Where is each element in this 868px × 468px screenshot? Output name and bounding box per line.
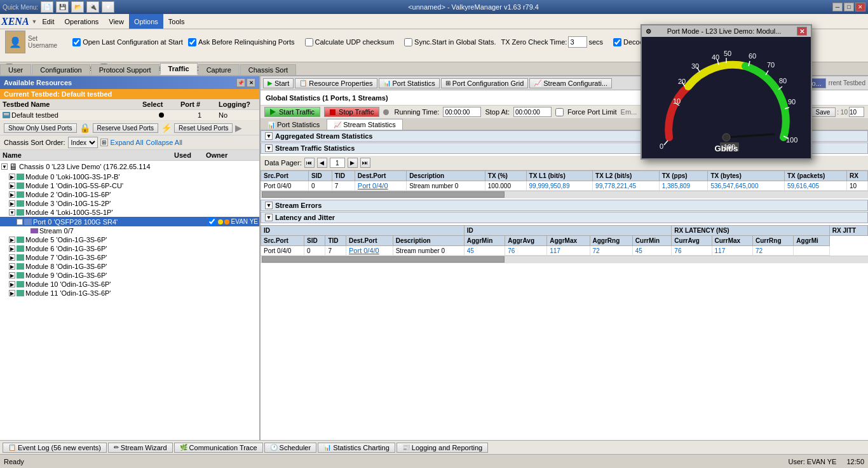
menu-edit[interactable]: Edit [37, 14, 60, 29]
tab-protocol-support[interactable]: Protocol Support [91, 64, 159, 75]
collapse-all-label[interactable]: Collapse All [146, 139, 182, 146]
page-size-input[interactable] [849, 107, 864, 117]
pager-next-btn[interactable]: ▶ [348, 158, 358, 168]
lat-dest-port-link[interactable]: Port 0/4/0 [349, 247, 379, 254]
pager-first-btn[interactable]: ⏮ [304, 158, 315, 168]
tree-item-module-10[interactable]: ▶ Module 10 'Odin-1G-3S-6P' [0, 280, 259, 289]
stream-config-btn[interactable]: 📈 Stream Configurati... [529, 78, 612, 88]
tree-item-module-0[interactable]: ▶ Module 0 'Loki-100G-3S-1P-B' [0, 172, 259, 181]
tree-item-module-11[interactable]: ▶ Module 11 'Odin-1G-3S-6P' [0, 289, 259, 298]
running-time-input[interactable] [443, 107, 481, 117]
module6-expand[interactable]: ▶ [9, 245, 15, 252]
quick-btn-1[interactable]: 📄 [41, 1, 53, 13]
pager-last-btn[interactable]: ⏭ [360, 158, 370, 168]
module11-expand[interactable]: ▶ [9, 290, 15, 296]
tab-traffic[interactable]: Traffic [160, 63, 198, 75]
menu-tools[interactable]: Tools [163, 14, 190, 29]
latency-collapse-btn[interactable]: ▼ [265, 214, 273, 221]
stream-errors-section-header[interactable]: ▼ Stream Errors [261, 200, 868, 211]
logging-btn[interactable]: 📰 Logging and Reporting [397, 443, 488, 453]
quick-btn-5[interactable]: ▼ [102, 1, 114, 13]
latency-section-header[interactable]: ▼ Latency and Jitter [261, 212, 868, 223]
menu-options[interactable]: Options [129, 14, 163, 29]
menu-view[interactable]: View [104, 14, 129, 29]
latency-hscroll[interactable] [261, 256, 868, 263]
module7-expand[interactable]: ▶ [9, 254, 15, 261]
gauge-close-button[interactable]: ✕ [797, 27, 807, 36]
stream-errors-collapse-btn[interactable]: ▼ [265, 202, 273, 209]
stream-wizard-btn[interactable]: ✏ Stream Wizard [108, 443, 173, 453]
quick-btn-4[interactable]: 🔌 [86, 1, 99, 13]
module8-expand[interactable]: ▶ [9, 263, 15, 270]
tree-item-module-5[interactable]: ▶ Module 5 'Odin-1G-3S-6P' [0, 235, 259, 244]
start-traffic-btn[interactable]: Start Traffic [264, 107, 320, 117]
panel-pin-btn[interactable]: 📌 [236, 78, 245, 87]
start-btn[interactable]: ▶ Start [263, 78, 294, 88]
tree-item-stream-0[interactable]: Stream 0/7 [0, 226, 259, 235]
tree-item-module-4[interactable]: ▼ Module 4 'Loki-100G-5S-1P' [0, 208, 259, 217]
dest-port-link[interactable]: Port 0/4/0 [358, 182, 388, 189]
tree-item-module-3[interactable]: ▶ Module 3 'Odin-10G-1S-2P' [0, 199, 259, 208]
minimize-button[interactable]: ─ [832, 3, 843, 11]
latency-scroll-thumb[interactable] [262, 256, 505, 263]
module9-expand[interactable]: ▶ [9, 272, 15, 279]
tree-item-module-9[interactable]: ▶ Module 9 'Odin-1G-3S-6P' [0, 271, 259, 280]
stream-traffic-collapse-btn[interactable]: ▼ [265, 144, 273, 152]
stop-traffic-btn[interactable]: Stop Traffic [324, 107, 379, 117]
scheduler-btn[interactable]: 🕐 Scheduler [264, 443, 317, 453]
pager-prev-btn[interactable]: ◀ [317, 158, 327, 168]
tree-item-module-1[interactable]: ▶ Module 1 'Odin-10G-5S-6P-CU' [0, 181, 259, 190]
tree-item-module-8[interactable]: ▶ Module 8 'Odin-1G-3S-6P' [0, 262, 259, 271]
module2-expand[interactable]: ▶ [9, 191, 15, 198]
port0-expand[interactable]: ▼ [17, 219, 23, 225]
save-btn[interactable]: Save [810, 107, 836, 117]
tab-chassis-sort[interactable]: Chassis Sort [240, 64, 296, 75]
stream-traffic-hscroll[interactable] [261, 191, 868, 198]
tree-item-chassis[interactable]: ▼ 🖥 Chassis 0 'L23 Live Demo' (176.22.65… [0, 161, 259, 172]
reset-used-ports-btn[interactable]: Reset Used Ports [174, 123, 233, 133]
module4-expand[interactable]: ▼ [9, 209, 15, 216]
module5-expand[interactable]: ▶ [9, 237, 15, 243]
force-port-limit-checkbox[interactable] [555, 108, 564, 116]
tree-item-port-0[interactable]: ▼ Port 0 'QSFP28 100G SR4' EVAN YE [0, 217, 259, 226]
quick-btn-2[interactable]: 💾 [56, 1, 69, 13]
maximize-button[interactable]: □ [844, 3, 854, 11]
tree-item-module-6[interactable]: ▶ Module 6 'Odin-1G-3S-6P' [0, 244, 259, 253]
panel-close-btn[interactable]: ✕ [247, 78, 255, 87]
chassis-expand[interactable]: ▼ [1, 163, 8, 170]
stop-at-input[interactable] [513, 107, 552, 117]
comm-trace-btn[interactable]: 🌿 Communication Trace [174, 443, 263, 453]
module1-expand[interactable]: ▶ [9, 182, 15, 189]
tx-zero-input[interactable] [568, 36, 587, 48]
event-log-btn[interactable]: 📋 Event Log (56 new events) [3, 443, 107, 453]
stats-charting-btn[interactable]: 📊 Statistics Charting [318, 443, 395, 453]
checkbox-sync[interactable]: Sync.Start in Global Stats. [404, 38, 496, 46]
menu-operations[interactable]: Operations [59, 14, 104, 29]
sort-select[interactable]: Index [68, 137, 98, 148]
module0-expand[interactable]: ▶ [9, 174, 15, 180]
checkbox-open-last[interactable]: Open Last Configuration at Start [72, 38, 183, 46]
show-used-ports-btn[interactable]: Show Only Used Ports [4, 123, 77, 133]
reserve-used-ports-btn[interactable]: Reserve Used Ports [93, 123, 158, 133]
tab-configuration[interactable]: Configuration [32, 64, 90, 75]
expand-all-btn[interactable]: ⊞ [100, 139, 108, 146]
expand-all-label[interactable]: Expand All [111, 139, 144, 146]
tab-port-statistics[interactable]: 📊 Port Statistics [261, 119, 327, 130]
module10-expand[interactable]: ▶ [9, 281, 15, 287]
tab-user[interactable]: User [0, 64, 31, 75]
module3-expand[interactable]: ▶ [9, 200, 15, 207]
tree-item-module-7[interactable]: ▶ Module 7 'Odin-1G-3S-6P' [0, 253, 259, 262]
resource-properties-btn[interactable]: 📋 Resource Properties [295, 78, 377, 88]
stream-traffic-scroll-thumb[interactable] [262, 191, 505, 198]
close-button[interactable]: ✕ [855, 3, 865, 11]
checkbox-ask-relinquish[interactable]: Ask Before Relinquishing Ports [188, 38, 295, 46]
pager-page-input[interactable] [330, 158, 345, 168]
checkbox-udp[interactable]: Calculate UDP checksum [305, 38, 395, 46]
port0-checkbox[interactable] [208, 217, 216, 226]
quick-btn-3[interactable]: 📂 [71, 1, 84, 13]
aggregated-collapse-btn[interactable]: ▼ [265, 132, 273, 140]
tab-capture[interactable]: Capture [198, 64, 240, 75]
port-config-grid-btn[interactable]: ⊞ Port Configuration Grid [441, 78, 529, 88]
tree-item-module-2[interactable]: ▶ Module 2 'Odin-10G-1S-6P' [0, 190, 259, 199]
port-statistics-btn[interactable]: 📊 Port Statistics [379, 78, 440, 88]
